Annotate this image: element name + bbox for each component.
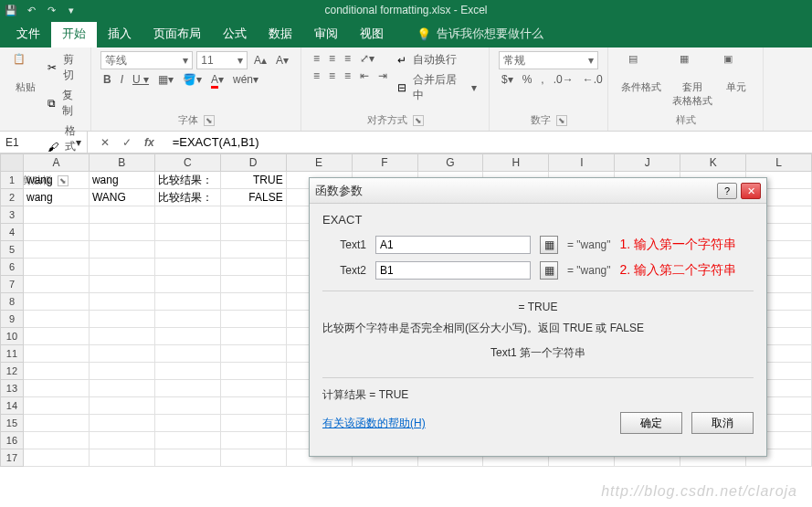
col-header-H[interactable]: H	[483, 153, 549, 172]
font-color-button[interactable]: A▾	[208, 72, 227, 87]
qat-dropdown-icon[interactable]: ▾	[64, 3, 79, 17]
row-header[interactable]: 7	[0, 276, 24, 293]
cell[interactable]: wang	[90, 172, 155, 189]
row-header[interactable]: 16	[0, 432, 24, 449]
copy-button[interactable]: 复制	[59, 87, 81, 120]
col-header-K[interactable]: K	[680, 153, 746, 172]
row-header[interactable]: 5	[0, 241, 24, 259]
cell[interactable]	[155, 415, 221, 432]
cell[interactable]	[90, 328, 155, 345]
cell[interactable]	[90, 224, 155, 241]
formula-input[interactable]	[167, 132, 812, 153]
phonetic-button[interactable]: wén▾	[230, 72, 261, 87]
cell[interactable]	[90, 241, 155, 259]
cancel-button[interactable]: 取消	[691, 412, 754, 434]
cancel-formula-button[interactable]: ✕	[100, 136, 110, 149]
wrap-text-button[interactable]: 自动换行	[410, 51, 459, 69]
select-all-corner[interactable]	[0, 153, 24, 172]
col-header-J[interactable]: J	[615, 153, 680, 172]
help-link[interactable]: 有关该函数的帮助(H)	[322, 416, 426, 431]
ok-button[interactable]: 确定	[620, 412, 682, 434]
cell[interactable]	[221, 449, 287, 467]
row-header[interactable]: 8	[0, 293, 24, 311]
cell[interactable]	[221, 311, 287, 328]
cell[interactable]	[24, 380, 90, 397]
cell[interactable]	[221, 380, 287, 397]
cell[interactable]	[24, 241, 90, 259]
col-header-E[interactable]: E	[287, 153, 353, 172]
decrease-decimal-button[interactable]: ←.0	[580, 72, 606, 87]
col-header-F[interactable]: F	[353, 153, 418, 172]
tab-data[interactable]: 数据	[258, 20, 303, 48]
row-header[interactable]: 2	[0, 189, 24, 206]
cell[interactable]	[24, 259, 90, 276]
cell[interactable]	[24, 311, 90, 328]
cell[interactable]	[155, 311, 221, 328]
tab-layout[interactable]: 页面布局	[142, 20, 212, 48]
cell[interactable]	[155, 363, 221, 380]
cell[interactable]	[90, 311, 155, 328]
cell[interactable]	[24, 276, 90, 293]
cell[interactable]	[221, 259, 287, 276]
cell[interactable]	[155, 259, 221, 276]
align-bottom-button[interactable]: ≡	[342, 51, 353, 66]
border-button[interactable]: ▦▾	[155, 72, 176, 87]
indent-increase-button[interactable]: ⇥	[375, 69, 390, 83]
text2-input[interactable]	[375, 261, 531, 280]
cell[interactable]	[24, 432, 90, 449]
merge-center-button[interactable]: 合并后居中	[410, 71, 465, 104]
decrease-font-button[interactable]: A▾	[273, 53, 291, 68]
font-launcher[interactable]: ⬊	[204, 115, 215, 126]
row-header[interactable]: 6	[0, 259, 24, 276]
help-button[interactable]: ?	[717, 183, 737, 199]
cell[interactable]	[24, 449, 90, 467]
cell[interactable]: wang	[24, 172, 90, 189]
cell[interactable]	[155, 293, 221, 311]
font-size-select[interactable]: 11▾	[196, 51, 248, 69]
save-icon[interactable]: 💾	[4, 3, 18, 17]
cell[interactable]	[221, 206, 287, 224]
enter-formula-button[interactable]: ✓	[122, 136, 132, 149]
row-header[interactable]: 14	[0, 397, 24, 415]
cell[interactable]: WANG	[90, 189, 155, 206]
cell-styles-button[interactable]: ▣单元	[720, 51, 753, 110]
cell[interactable]	[155, 449, 221, 467]
text1-ref-button[interactable]: ▦	[540, 236, 558, 254]
text2-ref-button[interactable]: ▦	[540, 261, 558, 280]
format-as-table-button[interactable]: ▦套用 表格格式	[669, 51, 716, 110]
number-launcher[interactable]: ⬊	[556, 115, 567, 126]
cell[interactable]	[90, 415, 155, 432]
underline-button[interactable]: U ▾	[130, 72, 152, 87]
col-header-C[interactable]: C	[155, 153, 221, 172]
cut-button[interactable]: 剪切	[60, 51, 81, 84]
cell[interactable]: FALSE	[221, 189, 287, 206]
tab-file[interactable]: 文件	[5, 20, 51, 48]
cell[interactable]	[90, 345, 155, 363]
row-header[interactable]: 17	[0, 449, 24, 467]
col-header-L[interactable]: L	[746, 153, 812, 172]
cell[interactable]	[90, 432, 155, 449]
text1-input[interactable]	[375, 236, 531, 254]
col-header-I[interactable]: I	[549, 153, 615, 172]
tab-insert[interactable]: 插入	[97, 20, 142, 48]
cell[interactable]	[221, 224, 287, 241]
cell[interactable]	[155, 380, 221, 397]
tab-home[interactable]: 开始	[51, 20, 97, 48]
row-header[interactable]: 11	[0, 345, 24, 363]
cell[interactable]	[155, 328, 221, 345]
cell[interactable]	[90, 363, 155, 380]
undo-icon[interactable]: ↶	[24, 3, 38, 17]
col-header-D[interactable]: D	[221, 153, 287, 172]
cell[interactable]	[90, 449, 155, 467]
row-header[interactable]: 10	[0, 328, 24, 345]
cell[interactable]	[90, 380, 155, 397]
cell[interactable]	[221, 276, 287, 293]
conditional-formatting-button[interactable]: ▤条件格式	[617, 51, 665, 110]
cell[interactable]: TRUE	[221, 172, 287, 189]
tell-me[interactable]: 💡 告诉我你想要做什么	[407, 20, 553, 48]
align-left-button[interactable]: ≡	[311, 69, 322, 83]
italic-button[interactable]: I	[118, 72, 126, 87]
comma-button[interactable]: ,	[538, 72, 546, 87]
col-header-G[interactable]: G	[418, 153, 484, 172]
alignment-launcher[interactable]: ⬊	[413, 115, 424, 126]
